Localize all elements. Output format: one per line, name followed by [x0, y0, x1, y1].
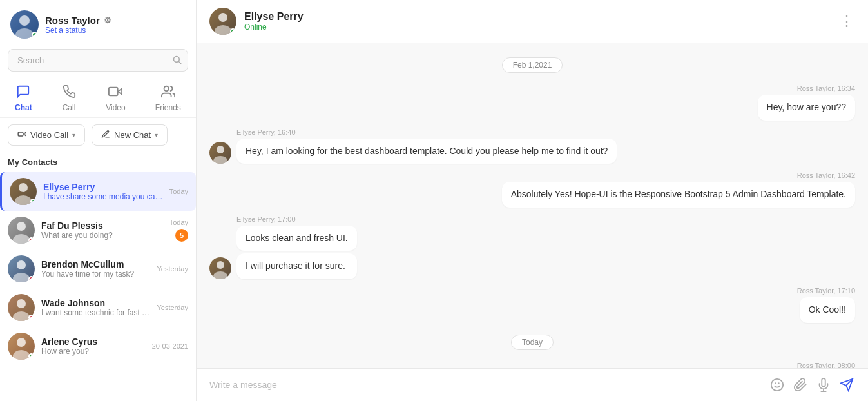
contact-badge-faf: 5	[175, 229, 188, 242]
contact-info-brendon: Brendon McCullum You have time for my ta…	[41, 259, 150, 279]
message-content-m5: Ross Taylor, 17:10 Ok Cool!!	[797, 287, 855, 323]
message-content-m1: Ross Taylor, 16:34 Hey, how are you??	[758, 84, 855, 121]
tab-call[interactable]: Call	[54, 82, 84, 115]
message-content-m3: Ross Taylor, 16:42 Absolutely Yes! Hope-…	[502, 171, 855, 208]
chat-header-info: Ellyse Perry Online	[244, 11, 832, 32]
contact-item-arlene[interactable]: Arlene Cyrus How are you? 20-03-2021	[0, 327, 196, 366]
svg-point-10	[15, 195, 32, 205]
user-avatar	[10, 10, 39, 39]
svg-point-18	[13, 350, 30, 360]
tab-friends[interactable]: Friends	[148, 82, 189, 115]
tab-video-label: Video	[106, 103, 125, 112]
chat-header-name: Ellyse Perry	[244, 11, 832, 23]
message-row-m1: Ross Taylor, 16:34 Hey, how are you??	[209, 84, 855, 121]
svg-point-17	[17, 338, 26, 347]
tab-video[interactable]: Video	[98, 82, 133, 115]
contact-status-dot	[30, 199, 36, 204]
contact-item-brendon[interactable]: Brendon McCullum You have time for my ta…	[0, 249, 196, 288]
contact-name-brendon: Brendon McCullum	[41, 259, 150, 269]
svg-point-23	[217, 261, 224, 269]
message-content-m2: Ellyse Perry, 16:40 Hey, I am looking fo…	[236, 128, 617, 164]
contact-name-arlene: Arlene Cyrus	[41, 337, 146, 347]
chat-header-avatar	[209, 8, 236, 35]
tab-chat[interactable]: Chat	[7, 82, 40, 115]
message-bubble-m1: Hey, how are you??	[758, 95, 855, 121]
svg-point-22	[213, 156, 227, 164]
set-status-link[interactable]: Set a status	[45, 26, 186, 35]
message-bubble-m4a: Looks clean and fresh UI.	[236, 226, 357, 251]
contact-info-wade: Wade Johnson I want some teachnic for fa…	[41, 298, 150, 317]
search-box	[8, 49, 188, 72]
tab-chat-label: Chat	[15, 103, 32, 112]
contact-time-wade: Yesterday	[157, 304, 188, 311]
friends-icon	[161, 84, 175, 102]
contact-time-arlene: 20-03-2021	[152, 342, 188, 350]
message-meta-m2: Ellyse Perry, 16:40	[236, 128, 617, 136]
user-name-row: Ross Taylor ⚙	[45, 15, 186, 26]
message-input[interactable]	[209, 377, 762, 393]
contact-time-faf: Today	[169, 219, 188, 226]
message-content-m6: Ross Taylor, 08:00	[797, 362, 855, 368]
message-bubble-m5: Ok Cool!!	[800, 297, 855, 323]
emoji-button[interactable]	[769, 377, 786, 393]
contact-status-dot	[28, 237, 34, 243]
contact-avatar-brendon	[8, 255, 35, 282]
new-chat-label: New Chat	[114, 130, 151, 140]
chat-input-area	[197, 368, 868, 401]
mic-button[interactable]	[815, 377, 832, 393]
new-chat-pencil-icon	[101, 130, 110, 141]
call-icon	[62, 84, 76, 102]
svg-point-13	[17, 260, 26, 269]
svg-rect-5	[109, 88, 118, 96]
contact-item-faf[interactable]: Faf Du Plessis What are you doing? Today…	[0, 211, 196, 249]
contact-item-ellyse[interactable]: Ellyse Perry I have share some media you…	[0, 172, 196, 211]
contact-info-ellyse: Ellyse Perry I have share some media you…	[43, 182, 163, 201]
user-info: Ross Taylor ⚙ Set a status	[45, 15, 186, 35]
video-call-label: Video Call	[30, 130, 68, 140]
chat-main: Ellyse Perry Online ⋮ Feb 1,2021 Ross Ta…	[197, 0, 868, 401]
contact-time-brendon: Yesterday	[157, 265, 188, 273]
attach-button[interactable]	[792, 377, 809, 393]
date-divider-today: Today	[209, 335, 855, 350]
contact-avatar-faf	[8, 217, 35, 244]
svg-point-15	[17, 299, 26, 308]
video-call-icon	[17, 130, 26, 141]
contact-preview-wade: I want some teachnic for fast code can..…	[41, 308, 150, 317]
svg-point-21	[217, 146, 224, 153]
search-input[interactable]	[8, 49, 188, 72]
chat-header-online-dot	[230, 28, 236, 34]
contact-preview-arlene: How are you?	[41, 347, 146, 356]
more-options-icon[interactable]: ⋮	[840, 13, 855, 30]
contact-time-ellyse: Today	[169, 188, 188, 195]
video-call-button[interactable]: Video Call ▾	[8, 124, 85, 146]
contact-name-faf: Faf Du Plessis	[41, 220, 163, 231]
video-icon	[108, 84, 122, 102]
message-row-m3: Ross Taylor, 16:42 Absolutely Yes! Hope-…	[209, 171, 855, 208]
new-chat-caret-icon: ▾	[155, 132, 158, 139]
svg-point-25	[771, 379, 783, 391]
action-buttons: Video Call ▾ New Chat ▾	[0, 118, 196, 152]
svg-point-14	[13, 273, 30, 282]
send-button[interactable]	[838, 377, 855, 393]
message-bubble-m2: Hey, I am looking for the best dashboard…	[236, 139, 617, 164]
online-status-dot	[32, 32, 38, 38]
search-icon[interactable]	[172, 55, 182, 66]
svg-point-24	[213, 271, 227, 279]
message-row-m2: Ellyse Perry, 16:40 Hey, I am looking fo…	[209, 128, 855, 164]
contact-item-wade[interactable]: Wade Johnson I want some teachnic for fa…	[0, 288, 196, 327]
chat-header-status: Online	[244, 23, 832, 32]
svg-line-3	[178, 61, 180, 63]
tab-call-label: Call	[63, 103, 76, 112]
new-chat-button[interactable]: New Chat ▾	[92, 124, 168, 146]
message-meta-m4: Ellyse Perry, 17:00	[236, 215, 357, 223]
message-avatar-m4	[209, 257, 231, 279]
gear-icon[interactable]: ⚙	[104, 15, 111, 25]
date-divider-old: Feb 1,2021	[209, 57, 855, 73]
svg-point-6	[164, 86, 168, 91]
message-meta-m1: Ross Taylor, 16:34	[797, 84, 855, 92]
contact-info-faf: Faf Du Plessis What are you doing?	[41, 220, 163, 240]
message-content-m4: Ellyse Perry, 17:00 Looks clean and fres…	[236, 215, 357, 279]
svg-point-0	[19, 15, 30, 26]
svg-point-12	[13, 234, 30, 244]
contact-meta-brendon: Yesterday	[157, 265, 188, 273]
